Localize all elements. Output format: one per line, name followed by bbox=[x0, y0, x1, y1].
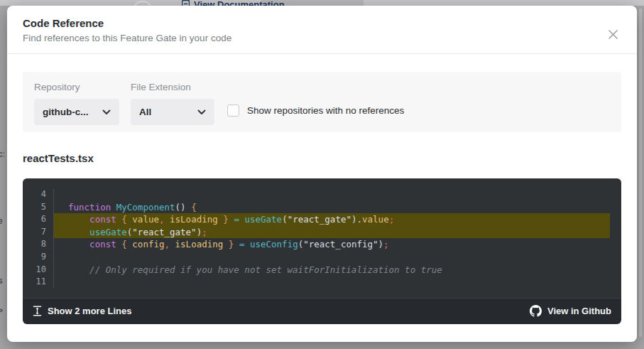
code-line-content: const { config, isLoading } = useConfig(… bbox=[54, 238, 621, 251]
file-extension-label: File Extension bbox=[131, 82, 227, 92]
line-number: 4 bbox=[23, 188, 54, 201]
background-fragment: > bbox=[0, 306, 4, 316]
modal-body: Repository github-c... File Extension Al… bbox=[7, 54, 637, 324]
code-line-content bbox=[54, 188, 621, 201]
file-extension-dropdown[interactable]: All bbox=[131, 99, 214, 125]
background-page-top: View Documentation bbox=[0, 0, 644, 6]
file-extension-filter: File Extension All bbox=[131, 82, 227, 125]
code-line: 9 bbox=[23, 251, 621, 264]
line-number: 9 bbox=[23, 251, 54, 264]
view-documentation-label: View Documentation bbox=[194, 0, 285, 6]
code-line: 7 useGate("react_gate"); bbox=[23, 226, 621, 239]
code-line: 11 bbox=[23, 276, 621, 289]
show-more-lines-button[interactable]: Show 2 more Lines bbox=[33, 306, 131, 316]
modal-title: Code Reference bbox=[23, 17, 621, 29]
view-in-github-button[interactable]: View in Github bbox=[530, 305, 611, 317]
repository-label: Repository bbox=[34, 82, 131, 92]
code-line: 8 const { config, isLoading } = useConfi… bbox=[23, 238, 621, 251]
chevron-down-icon bbox=[102, 109, 111, 115]
code-line-content bbox=[54, 276, 621, 289]
chevron-down-icon bbox=[197, 109, 206, 115]
close-icon bbox=[608, 29, 618, 40]
file-name: reactTests.tsx bbox=[23, 152, 621, 164]
line-number: 10 bbox=[23, 264, 54, 276]
show-no-references-label: Show repositories with no references bbox=[247, 105, 404, 116]
code-line-content: // Only required if you have not set wai… bbox=[54, 264, 621, 276]
code-line-content: const { value, isLoading } = useGate("re… bbox=[54, 213, 610, 226]
code-line: 4 bbox=[23, 188, 621, 201]
repository-value: github-c... bbox=[43, 107, 89, 117]
code-line: 6 const { value, isLoading } = useGate("… bbox=[23, 213, 621, 226]
code-lines: 45function MyComponent() {6 const { valu… bbox=[23, 178, 621, 298]
close-button[interactable] bbox=[606, 27, 620, 41]
modal-subtitle: Find references to this Feature Gate in … bbox=[23, 33, 621, 43]
code-footer: Show 2 more Lines View in Github bbox=[23, 298, 621, 324]
view-documentation-link: View Documentation bbox=[182, 0, 285, 6]
background-fragment: e bbox=[0, 216, 4, 226]
background-fragment: c: bbox=[0, 149, 4, 159]
github-icon bbox=[530, 305, 542, 317]
code-line: 5function MyComponent() { bbox=[23, 201, 621, 214]
line-number: 5 bbox=[23, 201, 54, 214]
view-in-github-label: View in Github bbox=[547, 306, 611, 316]
code-line: 10 // Only required if you have not set … bbox=[23, 264, 621, 276]
repository-dropdown[interactable]: github-c... bbox=[34, 99, 119, 125]
filter-panel: Repository github-c... File Extension Al… bbox=[23, 72, 621, 132]
background-circle-fragment bbox=[132, 1, 153, 6]
show-no-references-option: Show repositories with no references bbox=[227, 97, 404, 124]
code-line-content bbox=[54, 251, 621, 264]
expand-lines-icon bbox=[33, 306, 42, 316]
show-more-lines-label: Show 2 more Lines bbox=[48, 306, 131, 316]
line-number: 7 bbox=[23, 226, 54, 239]
background-fragment: : bbox=[0, 57, 4, 67]
file-extension-value: All bbox=[139, 107, 151, 117]
code-line-content: useGate("react_gate"); bbox=[54, 226, 610, 239]
line-number: 11 bbox=[23, 276, 54, 289]
show-no-references-checkbox[interactable] bbox=[227, 104, 239, 117]
book-icon bbox=[182, 0, 190, 6]
page-scrollbar[interactable] bbox=[639, 9, 642, 337]
line-number: 6 bbox=[23, 213, 54, 226]
line-number: 8 bbox=[23, 238, 54, 251]
code-line-content: function MyComponent() { bbox=[54, 201, 621, 214]
background-fragment: s bbox=[0, 276, 4, 286]
repository-filter: Repository github-c... bbox=[34, 82, 131, 125]
modal-header: Code Reference Find references to this F… bbox=[7, 6, 637, 54]
code-block: 45function MyComponent() {6 const { valu… bbox=[23, 178, 621, 324]
code-reference-modal: Code Reference Find references to this F… bbox=[7, 6, 637, 342]
